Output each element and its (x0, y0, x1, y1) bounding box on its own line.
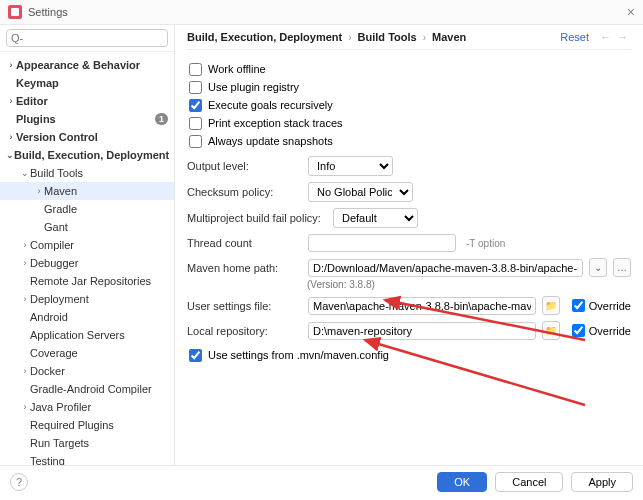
tree-item[interactable]: ⌄Build Tools (0, 164, 174, 182)
update-snap-check[interactable] (189, 135, 202, 148)
tree-item[interactable]: Keymap (0, 74, 174, 92)
exec-goals-label: Execute goals recursively (208, 99, 333, 111)
tree-item[interactable]: Application Servers (0, 326, 174, 344)
tree-item-label: Debugger (30, 257, 78, 269)
tree-item-label: Build Tools (30, 167, 83, 179)
expand-icon (20, 384, 30, 394)
help-button[interactable]: ? (10, 473, 28, 491)
dialog-buttons: ? OK Cancel Apply (0, 465, 643, 498)
titlebar: Settings × (0, 0, 643, 25)
search-input[interactable] (6, 29, 168, 47)
output-level-select[interactable]: Info (308, 156, 393, 176)
tree-item[interactable]: Gant (0, 218, 174, 236)
expand-icon[interactable]: › (20, 294, 30, 304)
tree-item-label: Deployment (30, 293, 89, 305)
home-browse-button[interactable]: … (613, 258, 631, 277)
tree-item[interactable]: ›Deployment (0, 290, 174, 308)
tree-item-label: Docker (30, 365, 65, 377)
tree-item[interactable]: ›Docker (0, 362, 174, 380)
expand-icon (20, 348, 30, 358)
chevron-right-icon: › (423, 32, 426, 43)
back-icon[interactable]: ← (600, 31, 611, 43)
crumb-1[interactable]: Build, Execution, Deployment (187, 31, 342, 43)
use-config-label: Use settings from .mvn/maven.config (208, 349, 389, 361)
tree-item[interactable]: Gradle (0, 200, 174, 218)
user-settings-override-check[interactable] (572, 299, 585, 312)
expand-icon[interactable]: › (34, 186, 44, 196)
expand-icon[interactable]: › (20, 402, 30, 412)
home-dropdown-icon[interactable]: ⌄ (589, 258, 607, 277)
tree-item[interactable]: ›Maven (0, 182, 174, 200)
tree-item-label: Plugins (16, 113, 56, 125)
tree-item[interactable]: ›Editor (0, 92, 174, 110)
multiproject-select[interactable]: Default (333, 208, 418, 228)
tree-item-label: Build, Execution, Deployment (14, 149, 169, 161)
tree-item-label: Java Profiler (30, 401, 91, 413)
tree-item[interactable]: Coverage (0, 344, 174, 362)
update-snap-label: Always update snapshots (208, 135, 333, 147)
tree-item[interactable]: Android (0, 308, 174, 326)
work-offline-label: Work offline (208, 63, 266, 75)
expand-icon[interactable]: ⌄ (6, 150, 14, 160)
tree-item-label: Remote Jar Repositories (30, 275, 151, 287)
expand-icon[interactable]: › (6, 96, 16, 106)
output-level-label: Output level: (187, 160, 302, 172)
multiproject-label: Multiproject build fail policy: (187, 212, 327, 224)
expand-icon[interactable]: › (20, 240, 30, 250)
user-settings-browse-button[interactable]: 📁 (542, 296, 560, 315)
tree-item[interactable]: Remote Jar Repositories (0, 272, 174, 290)
tree-item[interactable]: Required Plugins (0, 416, 174, 434)
expand-icon (6, 114, 16, 124)
tree-item-label: Gradle-Android Compiler (30, 383, 152, 395)
use-config-check[interactable] (189, 349, 202, 362)
tree-item[interactable]: Run Targets (0, 434, 174, 452)
print-stack-check[interactable] (189, 117, 202, 130)
user-settings-input[interactable] (308, 297, 536, 315)
tree-item[interactable]: Plugins1 (0, 110, 174, 128)
crumb-2[interactable]: Build Tools (358, 31, 417, 43)
checksum-select[interactable]: No Global Policy (308, 182, 413, 202)
local-repo-input[interactable] (308, 322, 536, 340)
ok-button[interactable]: OK (437, 472, 487, 492)
home-label: Maven home path: (187, 262, 302, 274)
expand-icon (34, 204, 44, 214)
work-offline-check[interactable] (189, 63, 202, 76)
reset-link[interactable]: Reset (560, 31, 589, 43)
expand-icon[interactable]: › (20, 258, 30, 268)
expand-icon (20, 420, 30, 430)
tree-item[interactable]: ›Version Control (0, 128, 174, 146)
apply-button[interactable]: Apply (571, 472, 633, 492)
expand-icon (20, 438, 30, 448)
plugin-registry-check[interactable] (189, 81, 202, 94)
close-icon[interactable]: × (627, 4, 635, 20)
checksum-label: Checksum policy: (187, 186, 302, 198)
expand-icon[interactable]: › (6, 132, 16, 142)
expand-icon[interactable]: › (20, 366, 30, 376)
tree-item[interactable]: ⌄Build, Execution, Deployment (0, 146, 174, 164)
forward-icon[interactable]: → (617, 31, 628, 43)
plugin-registry-label: Use plugin registry (208, 81, 299, 93)
tree-item[interactable]: ›Appearance & Behavior (0, 56, 174, 74)
home-input[interactable] (308, 259, 583, 277)
tree-item[interactable]: Gradle-Android Compiler (0, 380, 174, 398)
tree-item[interactable]: ›Debugger (0, 254, 174, 272)
expand-icon (6, 78, 16, 88)
expand-icon[interactable]: › (6, 60, 16, 70)
crumb-3[interactable]: Maven (432, 31, 466, 43)
tree-item[interactable]: ›Java Profiler (0, 398, 174, 416)
cancel-button[interactable]: Cancel (495, 472, 563, 492)
thread-label: Thread count (187, 237, 302, 249)
breadcrumb: Build, Execution, Deployment › Build Too… (187, 31, 631, 50)
expand-icon (20, 330, 30, 340)
tree-item[interactable]: Testing (0, 452, 174, 465)
local-repo-override-check[interactable] (572, 324, 585, 337)
tree-item-label: Gant (44, 221, 68, 233)
local-repo-browse-button[interactable]: 📁 (542, 321, 560, 340)
tree-item-label: Testing (30, 455, 65, 465)
tree-item-label: Keymap (16, 77, 59, 89)
tree-item[interactable]: ›Compiler (0, 236, 174, 254)
exec-goals-check[interactable] (189, 99, 202, 112)
expand-icon[interactable]: ⌄ (20, 168, 30, 178)
thread-input[interactable] (308, 234, 456, 252)
content-panel: Build, Execution, Deployment › Build Too… (175, 25, 643, 465)
